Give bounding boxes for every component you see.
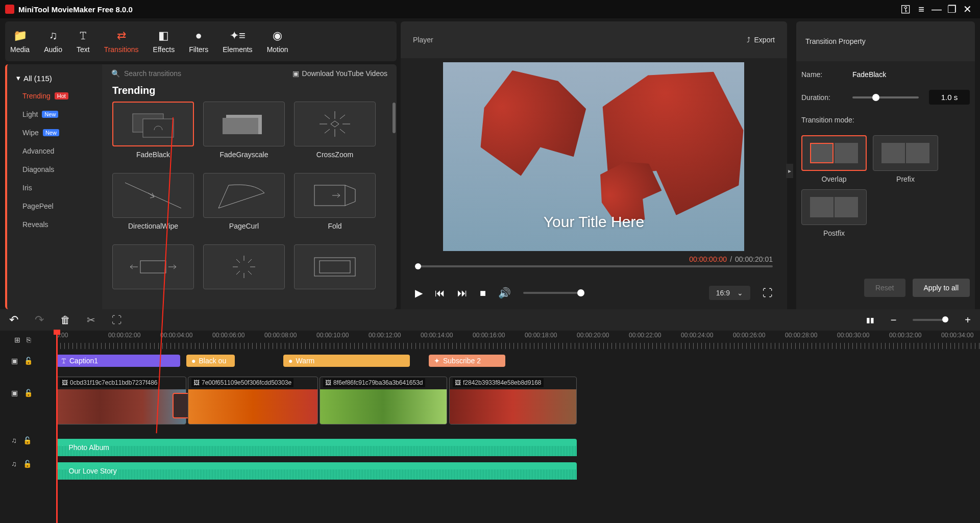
lock-icon[interactable]: 🔓 [24,357,33,365]
play-button[interactable]: ▶ [415,287,423,299]
category-reveals[interactable]: Reveals [7,215,102,234]
playhead-dot[interactable] [415,263,421,269]
image-icon: 🖼 [325,379,331,386]
mode-overlap[interactable]: Overlap [801,135,867,183]
category-advanced[interactable]: Advanced [7,142,102,160]
video-clip[interactable]: 🖼7e00f651109e50f306fcdd50303e [188,377,318,425]
time-total: 00:00:20:01 [735,255,773,263]
lock-icon[interactable]: 🔓 [24,389,33,397]
svg-line-24 [236,271,240,275]
filters-icon: ● [195,29,202,42]
image-icon: 🖼 [193,379,200,386]
audio-track-2[interactable]: ♫Our Love Story [56,459,980,483]
lock-icon[interactable]: 🔓 [23,460,32,468]
export-icon: ⤴ [747,36,750,44]
stop-button[interactable]: ■ [480,287,486,299]
snap-button[interactable]: ▮▮ [866,316,874,324]
transition-item[interactable]: DirectionalWipe [112,173,194,230]
redo-button[interactable]: ↷ [35,313,44,327]
next-button[interactable]: ⏭ [457,287,468,299]
timeline-toolbar: ↶ ↷ 🗑 ✂ ⛶ ▮▮ − + [0,309,980,331]
transition-item[interactable]: FadeBlack [112,102,194,159]
maximize-button[interactable]: ❐ [944,3,960,15]
transition-item[interactable] [112,244,194,289]
export-button[interactable]: ⤴Export [747,36,775,44]
tab-filters[interactable]: ●Filters [189,29,208,54]
fullscreen-button[interactable]: ⛶ [763,287,773,299]
svg-line-9 [340,115,345,119]
category-diagonals[interactable]: Diagonals [7,160,102,179]
transition-item[interactable] [203,244,285,289]
volume-icon[interactable]: 🔊 [498,287,511,299]
video-preview: Your Title Here [443,62,744,251]
transition-item[interactable]: PageCurl [203,173,285,230]
crop-button[interactable]: ⛶ [112,314,122,326]
key-icon[interactable]: ⚿ [898,4,914,15]
delete-button[interactable]: 🗑 [60,314,70,326]
duplicate-track-button[interactable]: ⎘ [27,336,31,344]
scrollbar[interactable] [393,103,396,133]
tab-audio[interactable]: ♫Audio [44,29,62,54]
add-track-button[interactable]: ⊞ [14,336,20,344]
image-icon: 🖼 [62,379,68,386]
video-clip[interactable]: 🖼f2842b3933f84e58eb8d9168 [449,377,577,425]
video-track[interactable]: 🖼0cbd31f19c7ecb11bdb7237f486 🖼7e00f65110… [56,372,980,429]
zoom-out-button[interactable]: − [891,314,897,326]
audio-clip[interactable]: ♫Photo Album [56,439,577,456]
reset-button[interactable]: Reset [864,279,905,297]
svg-rect-3 [223,118,258,134]
timeline-ruler[interactable]: 0:0000:00:02:0000:00:04:0000:00:06:0000:… [56,331,980,349]
clip-blackout[interactable]: ●Black ou [186,355,235,367]
close-button[interactable]: ✕ [960,3,975,15]
tab-elements[interactable]: ✦≡Elements [223,29,252,54]
download-youtube-link[interactable]: ▣Download YouTube Videos [292,69,387,78]
minimize-button[interactable]: — [929,4,944,15]
playhead[interactable] [56,331,58,523]
effects-icon: ◧ [158,29,169,42]
clip-caption[interactable]: 𝚃Caption1 [56,355,180,367]
category-trending[interactable]: TrendingHot [7,87,102,105]
prev-button[interactable]: ⏮ [435,287,445,299]
tab-motion[interactable]: ◉Motion [267,29,288,54]
svg-line-22 [236,259,240,263]
undo-button[interactable]: ↶ [9,313,18,327]
tab-transitions[interactable]: ⇄Transitions [104,29,139,54]
duration-value[interactable]: 1.0 s [929,90,970,105]
progress-bar[interactable] [415,265,773,267]
transition-item[interactable]: CrossZoom [294,102,376,159]
zoom-slider[interactable] [913,319,948,321]
mode-prefix[interactable]: Prefix [873,135,938,183]
transition-item[interactable] [294,244,376,289]
apply-button[interactable]: Apply to all [913,279,970,297]
text-icon: 𝚃 [79,29,87,42]
audio-clip[interactable]: ♫Our Love Story [56,462,577,480]
cut-button[interactable]: ✂ [87,314,95,326]
category-pagepeel[interactable]: PagePeel [7,197,102,215]
volume-slider[interactable] [523,292,584,294]
category-wipe[interactable]: WipeNew [7,123,102,142]
transition-item[interactable]: FadeGrayscale [203,102,285,159]
menu-icon[interactable]: ≡ [914,4,929,15]
audio-track-1[interactable]: ♫Photo Album [56,436,980,459]
video-clip[interactable]: 🖼0cbd31f19c7ecb11bdb7237f486 [56,377,186,425]
category-iris[interactable]: Iris [7,179,102,197]
tab-media[interactable]: 📁Media [10,29,30,54]
duration-slider[interactable] [852,96,919,98]
category-light[interactable]: LightNew [7,105,102,123]
audio-track-icon: ♫ [11,460,17,468]
tab-effects[interactable]: ◧Effects [153,29,175,54]
mode-postfix[interactable]: Postfix [801,189,867,237]
lock-icon[interactable]: 🔓 [23,436,32,444]
tab-text[interactable]: 𝚃Text [77,29,90,54]
search-input[interactable]: 🔍Search transitions [111,69,181,78]
text-track[interactable]: 𝚃Caption1 ●Black ou ●Warm ✦Subscribe 2 [56,349,980,372]
transition-item[interactable]: Fold [294,173,376,230]
clip-warm[interactable]: ●Warm [283,355,410,367]
aspect-dropdown[interactable]: 16:9⌄ [709,286,750,300]
player-title: Player [413,36,433,44]
collapse-handle[interactable]: ▸ [786,164,793,178]
zoom-in-button[interactable]: + [965,314,971,326]
video-clip[interactable]: 🖼8f6ef86fc91c79ba36a3b641653d [320,377,447,425]
clip-subscribe[interactable]: ✦Subscribe 2 [429,355,505,367]
category-header[interactable]: ▾All (115) [7,69,102,87]
